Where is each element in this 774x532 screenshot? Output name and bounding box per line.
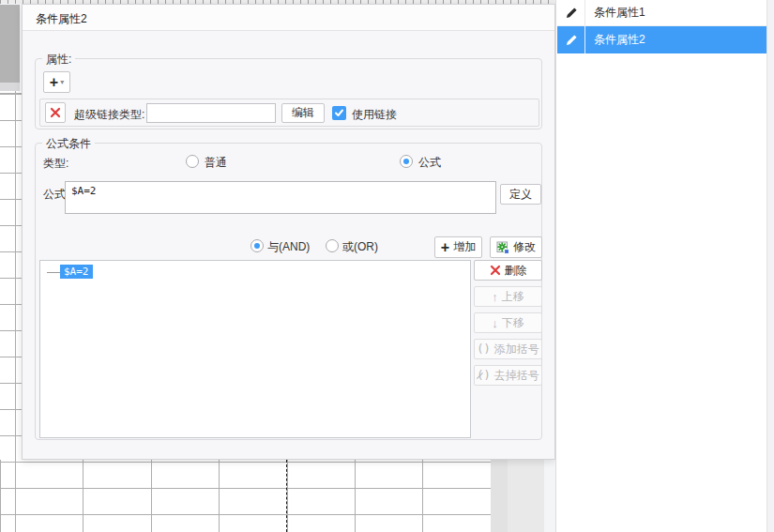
formula-condition-group: 公式条件 类型: 普通 公式 公式= $A=2 定义 与(AND) 或(OR) … — [35, 143, 542, 440]
condition-tree-item[interactable]: $A=2 — [60, 265, 93, 279]
radio-formula[interactable] — [400, 155, 413, 168]
add-bracket-label: 添加括号 — [494, 342, 539, 357]
modify-condition-label: 修改 — [513, 239, 536, 255]
page-break-dashed-line — [286, 460, 287, 532]
sheet-outside-area — [491, 460, 508, 532]
radio-and-label: 与(AND) — [267, 240, 310, 253]
type-label: 类型: — [43, 156, 68, 172]
tree-connector-line — [47, 272, 60, 273]
green-gear-icon — [496, 241, 509, 254]
condition-tree-list: $A=2 — [39, 260, 471, 438]
radio-or-label: 或(OR) — [342, 240, 378, 253]
move-down-button[interactable]: ↓ 下移 — [474, 312, 542, 333]
dialog-title: 条件属性2 — [36, 11, 87, 27]
radio-normal[interactable] — [186, 155, 199, 168]
pencil-icon — [557, 7, 584, 20]
sidebar-item-condition-2[interactable]: 条件属性2 — [557, 26, 774, 53]
delete-condition-button[interactable]: 删除 — [474, 260, 542, 281]
formula-value: $A=2 — [71, 185, 97, 197]
sheet-grid-bottom — [0, 460, 491, 532]
condition-list-sidebar: 条件属性1 条件属性2 — [555, 0, 774, 532]
formula-group-label: 公式条件 — [42, 136, 95, 152]
plus-icon: + — [441, 240, 449, 255]
down-arrow-icon: ↓ — [492, 317, 498, 329]
pencil-icon — [557, 34, 584, 47]
radio-normal-label: 普通 — [205, 156, 227, 169]
move-up-label: 上移 — [502, 289, 524, 305]
use-link-label: 使用链接 — [352, 107, 397, 123]
up-arrow-icon: ↑ — [492, 291, 498, 303]
edit-hyperlink-button[interactable]: 编辑 — [281, 103, 325, 123]
dialog-header-divider — [23, 30, 554, 31]
remove-bracket-label: 去掉括号 — [494, 368, 539, 384]
white-check-icon — [334, 108, 344, 118]
condition-attribute-dialog: 条件属性2 属性: + ▾ 超级链接类型: 编辑 使用链接 — [22, 4, 555, 460]
move-down-label: 下移 — [502, 315, 524, 331]
define-button[interactable]: 定义 — [500, 184, 541, 205]
plus-icon: + — [50, 75, 58, 90]
attribute-group: 属性: + ▾ 超级链接类型: 编辑 使用链接 — [35, 58, 542, 129]
hyperlink-attribute-row: 超级链接类型: 编辑 使用链接 — [39, 99, 539, 127]
report-designer-window: 条件属性2 属性: + ▾ 超级链接类型: 编辑 使用链接 — [0, 0, 774, 532]
dropdown-caret-icon: ▾ — [60, 79, 64, 86]
attribute-group-label: 属性: — [42, 52, 75, 68]
sheet-outside-area-light — [508, 460, 544, 532]
remove-bracket-button[interactable]: () 去掉括号 — [474, 365, 542, 386]
sidebar-scrollbar[interactable] — [766, 0, 774, 532]
sheet-row-header-edge — [0, 83, 20, 91]
move-up-button[interactable]: ↑ 上移 — [474, 286, 542, 307]
radio-and[interactable] — [250, 239, 264, 252]
modify-condition-button[interactable]: 修改 — [490, 236, 542, 258]
red-x-icon — [50, 107, 61, 118]
remove-attribute-button[interactable] — [45, 102, 66, 123]
radio-formula-label: 公式 — [418, 156, 441, 169]
hyperlink-type-label: 超级链接类型: — [74, 107, 144, 123]
red-x-icon — [490, 265, 501, 276]
formula-input[interactable]: $A=2 — [65, 181, 496, 214]
delete-label: 删除 — [505, 263, 527, 279]
add-condition-label: 增加 — [453, 239, 476, 255]
use-link-checkbox[interactable] — [332, 106, 346, 120]
sidebar-item-label: 条件属性2 — [585, 32, 645, 48]
hyperlink-type-input[interactable] — [146, 103, 276, 123]
dialog-header — [23, 5, 554, 30]
add-attribute-button[interactable]: + ▾ — [43, 71, 70, 93]
add-bracket-icon: () — [477, 343, 490, 355]
sidebar-item-label: 条件属性1 — [585, 5, 645, 21]
sheet-row-header — [0, 5, 20, 83]
radio-or[interactable] — [326, 239, 339, 252]
sheet-grid-left-strip — [0, 91, 22, 460]
remove-bracket-icon: () — [477, 370, 490, 381]
sidebar-item-condition-1[interactable]: 条件属性1 — [557, 0, 774, 26]
add-bracket-button[interactable]: () 添加括号 — [474, 339, 542, 359]
add-condition-button[interactable]: + 增加 — [434, 236, 482, 258]
